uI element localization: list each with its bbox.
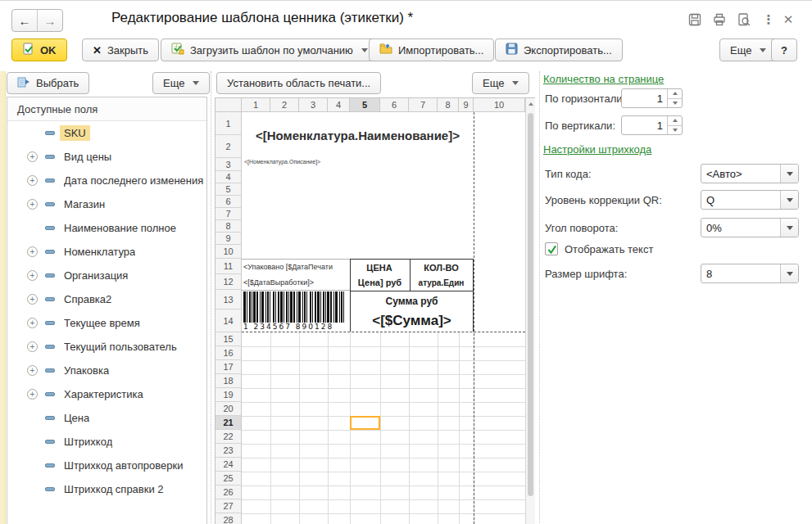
row-header[interactable]: 14	[215, 309, 242, 332]
forward-button[interactable]: →	[37, 10, 62, 31]
load-default-template-button[interactable]: Загрузить шаблон по умолчанию	[161, 38, 379, 61]
row-header[interactable]: 25	[215, 472, 242, 486]
column-header[interactable]: 10	[474, 98, 525, 112]
splitter-left[interactable]	[211, 71, 211, 524]
expand-icon[interactable]: +	[27, 175, 38, 186]
sidebar-item[interactable]: +Организация	[7, 264, 206, 287]
stepper-arrows[interactable]	[667, 89, 682, 107]
show-text-checkbox[interactable]	[545, 242, 558, 255]
row-header[interactable]: 21	[215, 416, 242, 430]
expand-icon[interactable]: +	[27, 294, 38, 305]
sidebar-item[interactable]: Цена	[7, 406, 206, 430]
row-header[interactable]: 17	[215, 360, 242, 374]
step-down-icon[interactable]	[673, 102, 678, 105]
expand-icon[interactable]: +	[27, 270, 38, 281]
row-header[interactable]: 13	[215, 290, 242, 309]
expand-icon[interactable]: +	[27, 151, 38, 162]
price-value-cell[interactable]: Цена] руб	[351, 275, 409, 290]
column-header[interactable]: 8	[438, 98, 459, 112]
sum-label-cell[interactable]: Сумма руб	[350, 292, 474, 309]
expand-icon[interactable]: +	[27, 365, 38, 376]
expand-icon[interactable]: +	[27, 318, 38, 328]
set-print-area-button[interactable]: Установить область печати...	[216, 72, 381, 94]
template-name-cell[interactable]: <[Номенклатура.Наименование]>	[242, 112, 474, 158]
combo-arrow-icon[interactable]	[780, 191, 798, 209]
expand-icon[interactable]: +	[27, 199, 38, 210]
expand-icon[interactable]: +	[27, 246, 38, 257]
column-header[interactable]: 6	[380, 98, 409, 112]
export-button[interactable]: Экспортировать...	[495, 38, 623, 61]
column-header[interactable]: 2	[270, 98, 299, 112]
close-icon[interactable]: ✕	[778, 11, 798, 29]
sidebar-item[interactable]: +Справка2	[7, 287, 206, 311]
back-button[interactable]: ←	[12, 10, 37, 31]
sidebar-item[interactable]: Штрихкод автопроверки	[7, 454, 206, 477]
sidebar-item[interactable]: +Упаковка	[7, 359, 206, 382]
horizontal-stepper[interactable]: 1	[621, 88, 683, 108]
column-header[interactable]: 5	[350, 98, 380, 112]
sidebar-item[interactable]: +Вид цены	[7, 145, 206, 169]
sum-value-cell[interactable]: <[$Сумма]>	[350, 310, 474, 332]
row-header[interactable]: 9	[215, 233, 242, 245]
row-header[interactable]: 10	[215, 245, 242, 259]
print-icon[interactable]	[710, 11, 729, 29]
row-header[interactable]: 6	[215, 196, 242, 208]
quantity-per-page-link[interactable]: Количество на странице	[543, 73, 664, 85]
column-header[interactable]: 3	[299, 98, 328, 112]
save-icon[interactable]	[685, 11, 705, 29]
column-header[interactable]: 9	[459, 98, 474, 112]
row-header[interactable]: 24	[215, 458, 242, 472]
import-button[interactable]: Импортировать...	[369, 38, 494, 61]
more-button-fields[interactable]: Еще	[152, 72, 210, 94]
font-size-select[interactable]: 8	[701, 264, 799, 283]
scroll-up-icon[interactable]	[526, 98, 535, 110]
splitter-right[interactable]	[539, 71, 540, 524]
rotation-value[interactable]: 0%	[701, 219, 780, 237]
unit-value-cell[interactable]: атура.Един	[410, 275, 473, 290]
vertical-value[interactable]: 1	[622, 116, 667, 134]
row-header[interactable]: 2	[215, 135, 242, 158]
row-header[interactable]: 18	[215, 374, 242, 388]
combo-arrow-icon[interactable]	[780, 219, 798, 237]
qr-correction-select[interactable]: Q	[701, 190, 799, 210]
row-header[interactable]: 19	[215, 388, 242, 402]
more-button-grid[interactable]: Еще	[472, 72, 529, 94]
expand-icon[interactable]: +	[27, 389, 38, 400]
sidebar-item[interactable]: +Номенклатура	[7, 240, 206, 264]
quantity-header-cell[interactable]: КОЛ-ВО	[409, 260, 474, 274]
row-header[interactable]: 20	[215, 402, 242, 416]
code-type-value[interactable]: <Авто>	[701, 165, 780, 183]
expand-icon[interactable]: +	[27, 341, 38, 352]
ok-button[interactable]: OK	[11, 38, 67, 61]
template-production-date-cell[interactable]: <[$ДатаВыработки]>	[243, 276, 349, 289]
row-header[interactable]: 27	[215, 499, 242, 513]
step-down-icon[interactable]	[673, 129, 678, 132]
step-up-icon[interactable]	[673, 92, 678, 95]
sidebar-item[interactable]: Штрихкод	[7, 430, 206, 454]
row-header[interactable]: 12	[215, 274, 242, 290]
sidebar-item[interactable]: +Магазин	[7, 192, 206, 216]
row-header[interactable]: 3	[215, 158, 242, 171]
combo-arrow-icon[interactable]	[780, 165, 798, 183]
menu-icon[interactable]: ⋮	[759, 11, 778, 29]
row-header[interactable]: 11	[215, 259, 242, 274]
row-header[interactable]: 5	[215, 183, 242, 196]
close-button[interactable]: ✕ Закрыть	[82, 38, 159, 61]
code-type-select[interactable]: <Авто>	[701, 164, 799, 183]
vertical-stepper[interactable]: 1	[621, 115, 683, 135]
step-up-icon[interactable]	[673, 119, 678, 122]
row-header[interactable]: 28	[215, 513, 242, 524]
scrollbar-thumb[interactable]	[528, 113, 533, 496]
sidebar-item[interactable]: SKU	[7, 121, 206, 145]
sidebar-item[interactable]: +Дата последнего изменения ц.	[7, 169, 206, 192]
sidebar-item[interactable]: +Текущее время	[7, 311, 206, 335]
sidebar-item[interactable]: +Характеристика	[7, 382, 206, 406]
row-header[interactable]: 4	[215, 171, 242, 183]
horizontal-value[interactable]: 1	[622, 89, 667, 107]
row-header[interactable]: 23	[215, 444, 242, 458]
qr-correction-value[interactable]: Q	[701, 191, 780, 209]
row-header[interactable]: 8	[215, 220, 242, 233]
grid-scrollbar[interactable]	[525, 98, 535, 524]
price-header-cell[interactable]: ЦЕНА	[350, 260, 409, 274]
select-field-button[interactable]: Выбрать	[7, 72, 89, 94]
